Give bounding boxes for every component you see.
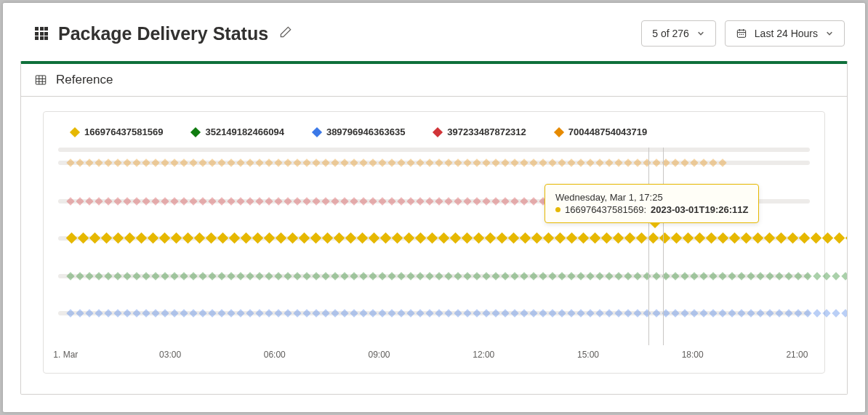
data-point[interactable]: [406, 309, 414, 317]
legend-item[interactable]: 166976437581569: [71, 126, 163, 137]
data-point[interactable]: [378, 197, 386, 205]
data-point[interactable]: [406, 197, 414, 205]
data-point[interactable]: [180, 272, 188, 280]
data-point[interactable]: [217, 309, 225, 317]
data-point[interactable]: [151, 309, 159, 317]
data-point[interactable]: [671, 272, 679, 280]
data-point[interactable]: [312, 197, 320, 205]
data-point[interactable]: [198, 197, 206, 205]
data-point[interactable]: [636, 233, 648, 244]
legend-item[interactable]: 700448754043719: [555, 126, 647, 137]
data-point[interactable]: [293, 272, 301, 280]
data-point[interactable]: [246, 272, 254, 280]
data-point[interactable]: [274, 158, 282, 166]
data-point[interactable]: [543, 233, 555, 244]
data-point[interactable]: [397, 309, 405, 317]
data-point[interactable]: [416, 158, 424, 166]
data-point[interactable]: [614, 309, 622, 317]
data-point[interactable]: [718, 309, 726, 317]
data-point[interactable]: [633, 309, 641, 317]
data-point[interactable]: [104, 197, 112, 205]
data-point[interactable]: [124, 233, 136, 244]
data-point[interactable]: [302, 158, 310, 166]
data-point[interactable]: [643, 272, 651, 280]
data-point[interactable]: [416, 272, 424, 280]
data-point[interactable]: [406, 272, 414, 280]
data-point[interactable]: [132, 158, 140, 166]
data-point[interactable]: [699, 309, 707, 317]
data-point[interactable]: [161, 309, 169, 317]
data-point[interactable]: [142, 309, 150, 317]
data-point[interactable]: [287, 233, 299, 244]
data-point[interactable]: [501, 309, 509, 317]
data-point[interactable]: [416, 197, 424, 205]
data-point[interactable]: [706, 233, 718, 244]
data-point[interactable]: [764, 233, 776, 244]
data-point[interactable]: [369, 233, 380, 244]
data-point[interactable]: [605, 309, 613, 317]
data-point[interactable]: [576, 272, 584, 280]
data-point[interactable]: [633, 272, 641, 280]
data-point[interactable]: [331, 309, 339, 317]
data-point[interactable]: [473, 233, 485, 244]
data-point[interactable]: [822, 309, 830, 317]
data-point[interactable]: [189, 197, 197, 205]
data-point[interactable]: [264, 233, 276, 244]
data-point[interactable]: [605, 272, 613, 280]
data-point[interactable]: [576, 158, 584, 166]
data-point[interactable]: [463, 158, 471, 166]
data-point[interactable]: [334, 233, 345, 244]
data-point[interactable]: [709, 309, 717, 317]
data-point[interactable]: [473, 158, 481, 166]
data-point[interactable]: [170, 158, 178, 166]
data-point[interactable]: [284, 158, 292, 166]
data-point[interactable]: [567, 309, 575, 317]
data-point[interactable]: [435, 197, 443, 205]
data-point[interactable]: [171, 233, 182, 244]
data-point[interactable]: [66, 197, 74, 205]
data-point[interactable]: [284, 197, 292, 205]
data-point[interactable]: [438, 233, 450, 244]
data-point[interactable]: [378, 158, 386, 166]
data-point[interactable]: [217, 233, 229, 244]
legend-item[interactable]: 397233487872312: [434, 126, 526, 137]
data-point[interactable]: [378, 309, 386, 317]
data-point[interactable]: [142, 158, 150, 166]
chart-plot[interactable]: 1. Mar03:0006:0009:0012:0015:0018:0021:0…: [58, 148, 810, 366]
data-point[interactable]: [359, 197, 367, 205]
data-point[interactable]: [236, 272, 244, 280]
data-point[interactable]: [255, 197, 263, 205]
data-point[interactable]: [415, 233, 427, 244]
data-point[interactable]: [206, 233, 217, 244]
data-point[interactable]: [462, 233, 473, 244]
data-point[interactable]: [643, 309, 651, 317]
data-point[interactable]: [274, 272, 282, 280]
data-point[interactable]: [425, 158, 433, 166]
data-point[interactable]: [331, 197, 339, 205]
data-point[interactable]: [189, 309, 197, 317]
data-point[interactable]: [159, 233, 171, 244]
data-point[interactable]: [265, 272, 273, 280]
data-point[interactable]: [435, 158, 443, 166]
data-point[interactable]: [227, 309, 235, 317]
data-point[interactable]: [444, 158, 452, 166]
data-point[interactable]: [601, 233, 613, 244]
data-point[interactable]: [531, 233, 543, 244]
data-point[interactable]: [208, 272, 216, 280]
data-point[interactable]: [450, 233, 462, 244]
data-point[interactable]: [340, 197, 348, 205]
data-point[interactable]: [142, 272, 150, 280]
data-point[interactable]: [194, 233, 206, 244]
data-point[interactable]: [558, 309, 566, 317]
data-point[interactable]: [76, 197, 84, 205]
data-point[interactable]: [427, 233, 438, 244]
data-point[interactable]: [85, 158, 93, 166]
data-point[interactable]: [510, 309, 518, 317]
data-point[interactable]: [832, 309, 840, 317]
data-point[interactable]: [690, 309, 698, 317]
data-point[interactable]: [236, 309, 244, 317]
data-point[interactable]: [265, 197, 273, 205]
data-point[interactable]: [170, 197, 178, 205]
data-point[interactable]: [567, 272, 575, 280]
data-point[interactable]: [369, 309, 377, 317]
